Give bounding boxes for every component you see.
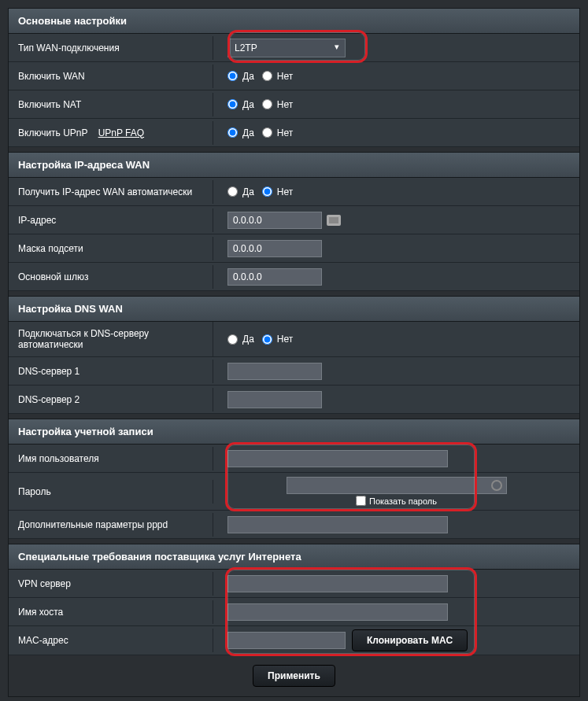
link-upnp-faq[interactable]: UPnP FAQ — [98, 127, 144, 138]
row-dns1: DNS-сервер 1 — [9, 357, 579, 386]
apply-row: Применить — [9, 655, 579, 696]
input-username[interactable] — [227, 450, 448, 467]
label-mac: MAC-адрес — [9, 629, 213, 652]
eye-icon[interactable] — [491, 480, 502, 491]
input-subnet[interactable] — [227, 240, 322, 257]
row-password: Пароль Показать пароль — [9, 473, 579, 511]
radio-enable-upnp-no[interactable] — [262, 127, 272, 138]
radio-label-yes: Да — [242, 71, 254, 82]
radio-dns-auto-yes[interactable] — [227, 334, 238, 345]
radio-ip-auto-yes[interactable] — [227, 186, 238, 197]
radio-label-no: Нет — [277, 71, 293, 82]
label-dns-auto: Подключаться к DNS-серверу автоматически — [9, 322, 213, 356]
input-hostname[interactable] — [227, 603, 448, 621]
row-enable-nat: Включить NAT Да Нет — [9, 90, 579, 119]
row-subnet: Маска подсети — [9, 234, 579, 263]
radio-enable-wan-yes[interactable] — [227, 71, 238, 81]
label-extra-pppd: Дополнительные параметры pppd — [9, 513, 213, 537]
radio-enable-nat-no[interactable] — [262, 99, 272, 109]
label-username: Имя пользователя — [9, 447, 213, 470]
input-extra-pppd[interactable] — [227, 516, 448, 533]
label-show-password: Показать пароль — [369, 496, 437, 506]
clone-mac-button[interactable]: Клонировать MAC — [352, 629, 468, 651]
input-gateway[interactable] — [227, 268, 322, 286]
input-mac[interactable] — [227, 632, 346, 649]
input-dns2[interactable] — [227, 391, 322, 408]
label-hostname: Имя хоста — [9, 600, 213, 624]
label-gateway: Основной шлюз — [9, 265, 213, 289]
contact-icon — [327, 215, 341, 226]
input-password[interactable] — [287, 477, 507, 494]
radio-enable-wan-no[interactable] — [262, 71, 272, 81]
label-wan-type: Тип WAN-подключения — [9, 36, 213, 60]
label-enable-nat: Включить NAT — [9, 93, 213, 116]
row-mac: MAC-адрес Клонировать MAC — [9, 626, 579, 655]
radio-enable-nat-yes[interactable] — [227, 99, 238, 109]
section-title-dns: Настройка DNS WAN — [9, 296, 579, 322]
radio-dns-auto-no[interactable] — [262, 334, 272, 345]
section-title-basic: Основные настройки — [9, 9, 579, 34]
section-title-ip: Настройка IP-адреса WAN — [9, 152, 579, 178]
label-enable-wan: Включить WAN — [9, 65, 213, 88]
label-vpn-server: VPN сервер — [9, 572, 213, 596]
row-vpn-server: VPN сервер — [9, 570, 579, 598]
label-ip-auto: Получить IP-адрес WAN автоматически — [9, 180, 213, 204]
checkbox-show-password[interactable] — [356, 496, 366, 506]
radio-ip-auto-no[interactable] — [262, 186, 272, 197]
row-enable-wan: Включить WAN Да Нет — [9, 62, 579, 90]
apply-button[interactable]: Применить — [253, 665, 335, 687]
select-wan-type[interactable]: L2TP — [227, 39, 346, 57]
label-password: Пароль — [9, 480, 213, 504]
row-ip-auto: Получить IP-адрес WAN автоматически Да Н… — [9, 178, 579, 206]
row-gateway: Основной шлюз — [9, 263, 579, 291]
row-extra-pppd: Дополнительные параметры pppd — [9, 511, 579, 539]
row-dns-auto: Подключаться к DNS-серверу автоматически… — [9, 322, 579, 357]
row-wan-type: Тип WAN-подключения L2TP — [9, 34, 579, 62]
label-dns1: DNS-сервер 1 — [9, 360, 213, 383]
input-dns1[interactable] — [227, 363, 322, 380]
label-enable-upnp: Включить UPnP UPnP FAQ — [9, 121, 213, 145]
row-enable-upnp: Включить UPnP UPnP FAQ Да Нет — [9, 119, 579, 147]
row-username: Имя пользователя — [9, 445, 579, 473]
section-title-acct: Настройка учетной записи — [9, 419, 579, 445]
input-ip-address[interactable] — [227, 212, 322, 229]
input-vpn-server[interactable] — [227, 575, 448, 592]
label-dns2: DNS-сервер 2 — [9, 388, 213, 411]
label-subnet: Маска подсети — [9, 237, 213, 260]
row-hostname: Имя хоста — [9, 598, 579, 626]
section-title-isp: Специальные требования поставщика услуг … — [9, 544, 579, 570]
label-ip-address: IP-адрес — [9, 208, 213, 232]
row-ip-address: IP-адрес — [9, 206, 579, 234]
radio-enable-upnp-yes[interactable] — [227, 127, 238, 138]
row-dns2: DNS-сервер 2 — [9, 386, 579, 414]
